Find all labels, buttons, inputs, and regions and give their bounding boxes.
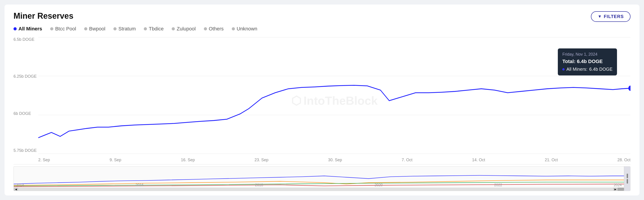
legend-dot-others	[204, 27, 207, 30]
y-label-0: 6.5b DOGE	[14, 37, 38, 42]
legend-item-all-miners[interactable]: All Miners	[14, 26, 42, 32]
header-row: Miner Reserves ▼ FILTERS	[14, 11, 630, 22]
x-label-3: 23. Sep	[254, 158, 268, 162]
legend-dot-btcc-pool	[50, 27, 53, 30]
x-label-5: 7. Oct	[402, 158, 412, 162]
mini-year-label-5: 2024	[614, 183, 622, 187]
legend-item-others[interactable]: Others	[204, 26, 224, 32]
scroll-right-button[interactable]: ▶	[613, 188, 618, 191]
legend-dot-stratum	[114, 27, 116, 30]
tooltip-item: All Miners: 6.4b DOGE	[562, 67, 612, 72]
endpoint-circle	[628, 86, 630, 91]
x-label-1: 9. Sep	[110, 158, 121, 162]
mini-year-label-1: 2016	[136, 183, 144, 187]
legend-item-zulupool[interactable]: Zulupool	[172, 26, 196, 32]
tooltip-total-label: Total:	[562, 59, 575, 64]
y-label-3: 5.75b DOGE	[14, 148, 38, 153]
main-container: Miner Reserves ▼ FILTERS All Miners Btcc…	[4, 5, 640, 195]
legend-item-bwpool[interactable]: Bwpool	[84, 26, 105, 32]
x-label-0: 2. Sep	[38, 158, 50, 162]
legend-item-btcc-pool[interactable]: Btcc Pool	[50, 26, 76, 32]
legend-label-unknown: Unknown	[237, 26, 258, 32]
mini-year-label-0: 2014	[16, 183, 24, 187]
chart-plot: ⬡ IntoTheBlock Friday, Nov 1, 2024 Total…	[38, 37, 630, 164]
tooltip-item-dot	[562, 68, 564, 71]
tooltip-total-value: 6.4b DOGE	[577, 59, 603, 64]
filters-button[interactable]: ▼ FILTERS	[591, 11, 630, 22]
tooltip-item-value: 6.4b DOGE	[589, 67, 612, 72]
filter-icon: ▼	[598, 14, 602, 19]
x-label-7: 21. Oct	[545, 158, 558, 162]
main-chart-svg	[38, 37, 630, 164]
x-label-6: 14. Oct	[472, 158, 485, 162]
scroll-bar-h[interactable]: ◀ ▶	[14, 188, 624, 191]
legend-item-unknown[interactable]: Unknown	[232, 26, 258, 32]
legend-dot-all-miners	[14, 27, 17, 30]
x-label-4: 30. Sep	[328, 158, 342, 162]
y-label-1: 6.25b DOGE	[14, 74, 38, 79]
y-label-2: 6b DOGE	[14, 111, 38, 116]
y-axis-labels: 6.5b DOGE 6.25b DOGE 6b DOGE 5.75b DOGE	[14, 37, 38, 155]
mini-year-label-4: 2022	[494, 183, 502, 187]
tooltip-total: Total: 6.4b DOGE	[562, 59, 612, 64]
chart-area: 6.5b DOGE 6.25b DOGE 6b DOGE 5.75b DOGE	[14, 37, 630, 191]
filters-label: FILTERS	[604, 14, 624, 19]
scroll-handle[interactable]	[624, 166, 630, 191]
legend-label-tbdice: Tbdice	[149, 26, 164, 32]
legend-dot-bwpool	[84, 27, 87, 30]
x-label-8: 28. Oct	[618, 158, 630, 162]
legend-label-bwpool: Bwpool	[89, 26, 105, 32]
mini-year-label-3: 2020	[375, 183, 383, 187]
scroll-handle-bar	[627, 174, 628, 178]
legend-row: All Miners Btcc Pool Bwpool Stratum Tbdi…	[14, 26, 630, 32]
legend-label-stratum: Stratum	[118, 26, 136, 32]
main-chart: 6.5b DOGE 6.25b DOGE 6b DOGE 5.75b DOGE	[14, 37, 630, 164]
all-miners-line	[38, 85, 630, 138]
tooltip-item-label: All Miners:	[566, 67, 587, 72]
legend-label-others: Others	[209, 26, 224, 32]
scroll-left-button[interactable]: ◀	[14, 188, 18, 191]
tooltip-date: Friday, Nov 1, 2024	[562, 52, 612, 57]
legend-item-stratum[interactable]: Stratum	[114, 26, 136, 32]
legend-label-btcc-pool: Btcc Pool	[55, 26, 76, 32]
x-axis-row: 2. Sep 9. Sep 16. Sep 23. Sep 30. Sep 7.…	[38, 156, 630, 164]
legend-label-all-miners: All Miners	[18, 26, 42, 32]
legend-item-tbdice[interactable]: Tbdice	[144, 26, 164, 32]
tooltip-box: Friday, Nov 1, 2024 Total: 6.4b DOGE All…	[558, 48, 617, 75]
scroll-handle-bar2	[627, 179, 628, 183]
x-label-2: 16. Sep	[181, 158, 195, 162]
mini-chart-container: 2014 2016 2018 2020 2022 2024 ◀ ▶	[14, 166, 630, 191]
legend-dot-zulupool	[172, 27, 175, 30]
legend-label-zulupool: Zulupool	[177, 26, 196, 32]
mini-year-labels: 2014 2016 2018 2020 2022 2024	[14, 183, 624, 187]
mini-year-label-2: 2018	[255, 183, 263, 187]
legend-dot-tbdice	[144, 27, 147, 30]
page-title: Miner Reserves	[14, 11, 73, 21]
legend-dot-unknown	[232, 27, 235, 30]
